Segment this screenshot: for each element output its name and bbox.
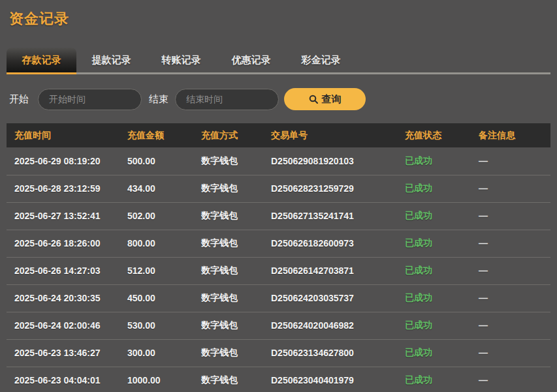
table-row: 2025-06-28 23:12:59 434.00 数字钱包 D2506282… <box>7 175 550 202</box>
cell-order-number: D250629081920103 <box>271 147 405 175</box>
cell-recharge-status: 已成功 <box>405 147 479 175</box>
cell-recharge-amount: 450.00 <box>127 284 201 312</box>
cell-recharge-time: 2025-06-24 20:30:35 <box>7 284 127 312</box>
search-icon <box>309 95 318 104</box>
cell-recharge-amount: 300.00 <box>127 339 201 367</box>
cell-order-number: D250624020046982 <box>271 312 405 339</box>
date-filter-bar: 开始 结束 查询 <box>7 88 550 110</box>
table-row: 2025-06-24 20:30:35 450.00 数字钱包 D2506242… <box>7 284 550 312</box>
cell-recharge-method: 数字钱包 <box>201 312 271 339</box>
cell-recharge-time: 2025-06-24 02:00:46 <box>7 312 127 339</box>
fund-records-page: 资金记录 存款记录 提款记录 转账记录 优惠记录 彩金记录 开始 结束 查询 <box>0 0 557 392</box>
column-header: 充值金额 <box>127 123 201 147</box>
cell-recharge-method: 数字钱包 <box>201 202 271 230</box>
cell-recharge-amount: 500.00 <box>127 147 201 175</box>
tab-label: 彩金记录 <box>302 54 341 65</box>
table-header-row: 充值时间充值金额充值方式交易单号充值状态备注信息 <box>7 123 550 147</box>
page-title: 资金记录 <box>7 0 550 29</box>
cell-recharge-amount: 434.00 <box>127 175 201 202</box>
cell-recharge-method: 数字钱包 <box>201 339 271 367</box>
cell-recharge-time: 2025-06-28 23:12:59 <box>7 175 127 202</box>
cell-recharge-amount: 530.00 <box>127 312 201 339</box>
cell-remark: — <box>479 230 550 257</box>
cell-recharge-time: 2025-06-23 04:04:01 <box>7 367 127 392</box>
table-body: 2025-06-29 08:19:20 500.00 数字钱包 D2506290… <box>7 147 550 392</box>
cell-recharge-amount: 502.00 <box>127 202 201 230</box>
cell-recharge-time: 2025-06-26 18:26:00 <box>7 230 127 257</box>
cell-order-number: D250623040401979 <box>271 367 405 392</box>
end-date-label: 结束 <box>149 93 168 106</box>
cell-recharge-status: 已成功 <box>405 284 479 312</box>
records-tabbar: 存款记录 提款记录 转账记录 优惠记录 彩金记录 <box>7 48 550 74</box>
cell-recharge-amount: 800.00 <box>127 230 201 257</box>
cell-recharge-method: 数字钱包 <box>201 367 271 392</box>
cell-recharge-method: 数字钱包 <box>201 257 271 284</box>
tab[interactable]: 转账记录 <box>146 48 216 72</box>
search-button[interactable]: 查询 <box>284 88 366 110</box>
end-date-input[interactable] <box>175 89 279 110</box>
cell-recharge-amount: 512.00 <box>127 257 201 284</box>
search-button-label: 查询 <box>322 93 342 106</box>
cell-recharge-method: 数字钱包 <box>201 284 271 312</box>
cell-recharge-status: 已成功 <box>405 339 479 367</box>
cell-remark: — <box>479 147 550 175</box>
table-row: 2025-06-23 13:46:27 300.00 数字钱包 D2506231… <box>7 339 550 367</box>
table-row: 2025-06-24 02:00:46 530.00 数字钱包 D2506240… <box>7 312 550 339</box>
tab[interactable]: 提款记录 <box>76 48 146 72</box>
tab-label: 转账记录 <box>162 54 201 65</box>
start-date-input[interactable] <box>38 89 142 110</box>
cell-remark: — <box>479 202 550 230</box>
cell-order-number: D250626142703871 <box>271 257 405 284</box>
cell-remark: — <box>479 284 550 312</box>
cell-remark: — <box>479 312 550 339</box>
deposit-records-table: 充值时间充值金额充值方式交易单号充值状态备注信息 2025-06-29 08:1… <box>7 123 550 392</box>
cell-recharge-status: 已成功 <box>405 175 479 202</box>
column-header: 备注信息 <box>479 123 550 147</box>
table-row: 2025-06-23 04:04:01 1000.00 数字钱包 D250623… <box>7 367 550 392</box>
cell-recharge-method: 数字钱包 <box>201 230 271 257</box>
tab[interactable]: 存款记录 <box>7 48 76 72</box>
tab[interactable]: 彩金记录 <box>286 48 356 72</box>
cell-recharge-status: 已成功 <box>405 257 479 284</box>
cell-recharge-amount: 1000.00 <box>127 367 201 392</box>
cell-recharge-status: 已成功 <box>405 367 479 392</box>
cell-remark: — <box>479 257 550 284</box>
table-row: 2025-06-26 14:27:03 512.00 数字钱包 D2506261… <box>7 257 550 284</box>
start-date-label: 开始 <box>9 93 29 106</box>
cell-recharge-time: 2025-06-23 13:46:27 <box>7 339 127 367</box>
tab-label: 优惠记录 <box>232 54 271 65</box>
cell-order-number: D250623134627800 <box>271 339 405 367</box>
cell-recharge-time: 2025-06-27 13:52:41 <box>7 202 127 230</box>
cell-recharge-time: 2025-06-29 08:19:20 <box>7 147 127 175</box>
cell-remark: — <box>479 339 550 367</box>
table-row: 2025-06-27 13:52:41 502.00 数字钱包 D2506271… <box>7 202 550 230</box>
cell-recharge-method: 数字钱包 <box>201 147 271 175</box>
tab-label: 存款记录 <box>22 54 61 65</box>
column-header: 充值时间 <box>7 123 127 147</box>
cell-recharge-time: 2025-06-26 14:27:03 <box>7 257 127 284</box>
table-row: 2025-06-26 18:26:00 800.00 数字钱包 D2506261… <box>7 230 550 257</box>
tab-label: 提款记录 <box>92 54 131 65</box>
column-header: 充值状态 <box>405 123 479 147</box>
cell-remark: — <box>479 367 550 392</box>
cell-recharge-status: 已成功 <box>405 202 479 230</box>
tab[interactable]: 优惠记录 <box>216 48 286 72</box>
table-header: 充值时间充值金额充值方式交易单号充值状态备注信息 <box>7 123 550 147</box>
table-row: 2025-06-29 08:19:20 500.00 数字钱包 D2506290… <box>7 147 550 175</box>
cell-recharge-method: 数字钱包 <box>201 175 271 202</box>
cell-order-number: D250627135241741 <box>271 202 405 230</box>
column-header: 充值方式 <box>201 123 271 147</box>
column-header: 交易单号 <box>271 123 405 147</box>
cell-recharge-status: 已成功 <box>405 312 479 339</box>
cell-recharge-status: 已成功 <box>405 230 479 257</box>
cell-order-number: D250626182600973 <box>271 230 405 257</box>
cell-order-number: D250628231259729 <box>271 175 405 202</box>
cell-remark: — <box>479 175 550 202</box>
cell-order-number: D250624203035737 <box>271 284 405 312</box>
